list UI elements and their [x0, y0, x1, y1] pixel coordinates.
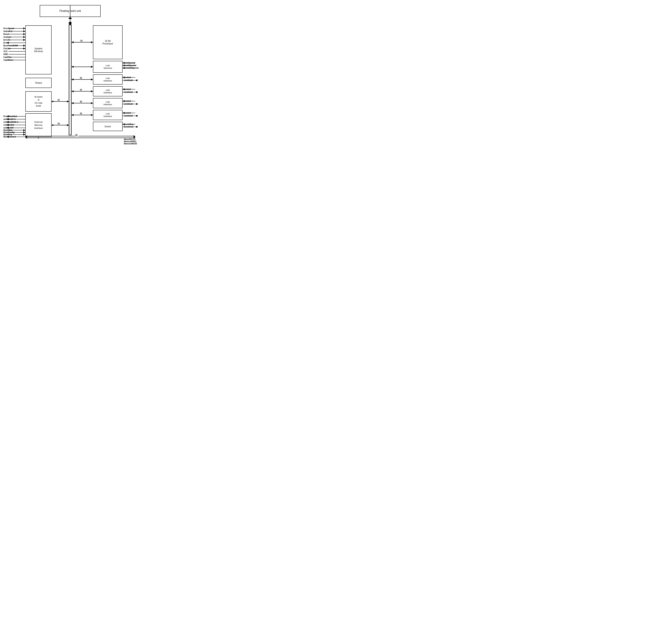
svg-marker-15 [91, 78, 93, 80]
svg-marker-1 [69, 22, 72, 24]
signal-memconfig: MemConfig [3, 131, 15, 134]
signal-linkin2: LinkIn2 [124, 100, 131, 102]
signal-eventack: EventAck [124, 126, 133, 128]
signal-notmemrf: notMemRf [3, 126, 14, 129]
system-services-label: SystemServices [34, 47, 43, 53]
svg-marker-62 [23, 47, 25, 49]
svg-marker-102 [135, 103, 138, 105]
svg-marker-28 [72, 114, 74, 116]
svg-marker-50 [23, 30, 25, 32]
signal-memad2-31: MemAD2-31 [124, 138, 136, 141]
signal-memnotrfd1: MemnotRfD1 [124, 140, 137, 143]
svg-text:32: 32 [80, 89, 82, 91]
link-interface-3-label: LinkInterface [103, 112, 112, 118]
link-interface-2-label: LinkInterface [103, 101, 112, 106]
signal-linkout1: LinkOut1 [124, 91, 133, 93]
svg-rect-3 [69, 24, 72, 135]
ram-box: 4k bytesofOn-chipRAM [25, 91, 52, 112]
svg-text:32: 32 [75, 134, 78, 136]
svg-text:32: 32 [80, 100, 82, 103]
signal-procclockout: ProcClockOut [3, 115, 17, 118]
svg-text:32: 32 [57, 122, 60, 125]
signal-link0special: Link0Special [124, 64, 136, 67]
event-label: Event [105, 125, 111, 128]
ram-label: 4k bytesofOn-chipRAM [34, 95, 43, 108]
svg-rect-44 [75, 134, 79, 136]
svg-marker-23 [91, 102, 93, 104]
signal-memgranted: MemGranted [3, 136, 16, 138]
signal-memnot-wrd0: MemnotWrD0 [124, 143, 137, 145]
event-box: Event [93, 122, 123, 131]
svg-marker-52 [23, 33, 25, 35]
signal-procspeed: ProcSpeed [3, 27, 14, 30]
svg-text:32: 32 [80, 112, 82, 115]
signal-memreq: MemReq [3, 133, 12, 136]
svg-marker-113 [69, 23, 72, 25]
svg-text:32: 32 [57, 99, 60, 101]
svg-marker-19 [91, 90, 93, 92]
signal-memwait: MemWait [3, 129, 12, 131]
diagram-container: Floating point unit SystemServices 32 bi… [3, 3, 149, 142]
link-interface-1-box: LinkInterface [93, 86, 123, 96]
signal-errorin: ErrorIn [3, 39, 10, 41]
link-services-box: LinkServices [93, 61, 123, 73]
svg-text:32: 32 [80, 77, 82, 79]
svg-marker-36 [67, 124, 69, 126]
processor-box: 32 bitProcessor [93, 25, 123, 59]
signal-notmems0-4: notMemS0-4 [3, 118, 16, 120]
signal-clockin: ClockIn [3, 47, 11, 50]
svg-marker-9 [91, 41, 93, 43]
signal-linkspecial: LinkSpecial [124, 62, 135, 64]
svg-marker-54 [23, 36, 25, 38]
link-interface-2-box: LinkInterface [93, 98, 123, 108]
processor-label: 32 bitProcessor [102, 40, 113, 45]
connections-svg: 32 32 32 32 32 32 32 [3, 3, 149, 142]
signal-analyse: Analyse [3, 36, 11, 38]
fpu-box: Floating point unit [40, 5, 101, 17]
emi-box: ExternalMemoryInterface [25, 113, 52, 137]
svg-marker-24 [72, 102, 74, 104]
link-services-label: LinkServices [104, 64, 112, 69]
timers-label: Timers [35, 82, 42, 84]
svg-text:32: 32 [80, 40, 83, 42]
svg-marker-32 [67, 100, 69, 102]
svg-marker-110 [135, 126, 138, 128]
signal-linkout2: LinkOut2 [124, 103, 133, 105]
signal-capminus: CapMinus [3, 59, 13, 61]
svg-marker-82 [23, 134, 25, 136]
svg-rect-4 [69, 25, 71, 135]
fpu-label: Floating point unit [59, 9, 81, 13]
signal-select0-2: Select0-2 [3, 30, 13, 32]
signal-error: Error [3, 42, 8, 44]
svg-marker-98 [135, 91, 138, 93]
signal-linkout3: LinkOut3 [124, 115, 133, 117]
svg-marker-13 [72, 66, 74, 68]
signal-link123special: Link123Special [124, 67, 139, 69]
svg-marker-20 [72, 90, 74, 92]
svg-marker-27 [91, 114, 93, 116]
signal-gnd: GND [3, 53, 8, 55]
signal-notmemrd: notMemRd [3, 124, 14, 126]
svg-marker-106 [135, 115, 138, 117]
signal-bootfromrom: BootFromROM [3, 45, 18, 47]
emi-label: ExternalMemoryInterface [34, 120, 43, 130]
signal-eventreq: EventReq [124, 123, 133, 125]
signal-vcc: VCC [3, 50, 8, 53]
signal-linkin1: LinkIn1 [124, 88, 131, 91]
signal-reset: Reset [3, 33, 9, 35]
svg-marker-112 [69, 17, 72, 19]
svg-marker-60 [23, 45, 25, 47]
svg-marker-8 [72, 41, 74, 43]
signal-capplus: CapPlus [3, 56, 11, 58]
svg-marker-48 [23, 27, 25, 29]
svg-marker-80 [23, 131, 25, 133]
svg-text:32: 32 [76, 134, 78, 136]
svg-marker-78 [23, 129, 25, 131]
link-interface-3-box: LinkInterface [93, 110, 123, 120]
signal-notmemwrb0-3: notMemWrB0-3 [3, 121, 18, 123]
svg-marker-12 [91, 66, 93, 68]
signal-linkin3: LinkIn3 [124, 112, 131, 114]
signal-linkin0: LinkIn0 [124, 76, 131, 78]
svg-marker-56 [23, 39, 25, 41]
link-interface-0-box: LinkInterface [93, 74, 123, 85]
